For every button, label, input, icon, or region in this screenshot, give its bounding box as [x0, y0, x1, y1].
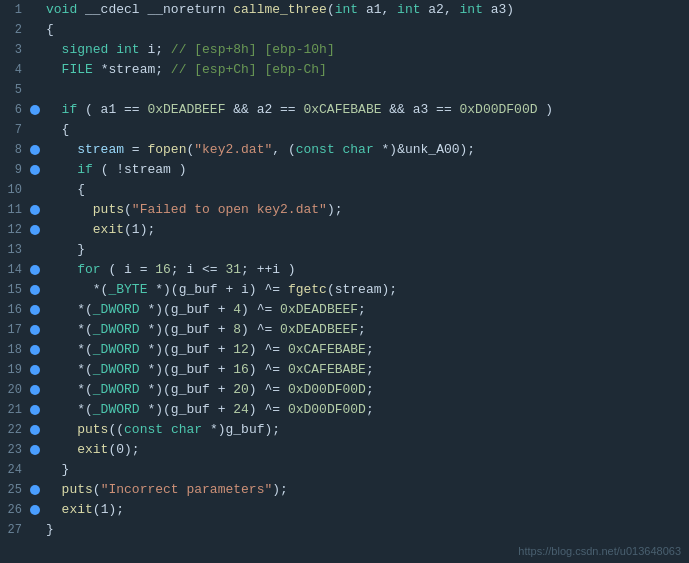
breakpoint-dot [30, 505, 40, 515]
code-line: 24 } [0, 460, 689, 480]
breakpoint-indicator[interactable] [28, 485, 42, 495]
line-number: 20 [0, 380, 28, 400]
code-line: 16 *(_DWORD *)(g_buf + 4) ^= 0xDEADBEEF; [0, 300, 689, 320]
breakpoint-dot [30, 205, 40, 215]
code-content: puts("Failed to open key2.dat"); [42, 200, 343, 220]
code-content: { [42, 180, 85, 200]
line-number: 22 [0, 420, 28, 440]
line-number: 23 [0, 440, 28, 460]
code-line: 7 { [0, 120, 689, 140]
breakpoint-indicator[interactable] [28, 105, 42, 115]
breakpoint-indicator[interactable] [28, 145, 42, 155]
code-content: exit(1); [42, 220, 155, 240]
code-content: puts((const char *)g_buf); [42, 420, 280, 440]
code-line: 13 } [0, 240, 689, 260]
line-number: 4 [0, 60, 28, 80]
breakpoint-indicator[interactable] [28, 325, 42, 335]
code-content: *(_DWORD *)(g_buf + 4) ^= 0xDEADBEEF; [42, 300, 366, 320]
line-number: 18 [0, 340, 28, 360]
code-line: 17 *(_DWORD *)(g_buf + 8) ^= 0xDEADBEEF; [0, 320, 689, 340]
code-line: 27} [0, 520, 689, 540]
breakpoint-indicator[interactable] [28, 505, 42, 515]
breakpoint-indicator[interactable] [28, 405, 42, 415]
code-content: *(_DWORD *)(g_buf + 24) ^= 0xD00DF00D; [42, 400, 374, 420]
line-number: 15 [0, 280, 28, 300]
watermark: https://blog.csdn.net/u013648063 [518, 545, 681, 557]
code-line: 12 exit(1); [0, 220, 689, 240]
line-number: 25 [0, 480, 28, 500]
breakpoint-indicator[interactable] [28, 205, 42, 215]
line-number: 14 [0, 260, 28, 280]
breakpoint-indicator[interactable] [28, 165, 42, 175]
breakpoint-indicator[interactable] [28, 445, 42, 455]
code-content: *(_DWORD *)(g_buf + 20) ^= 0xD00DF00D; [42, 380, 374, 400]
code-content: *(_BYTE *)(g_buf + i) ^= fgetc(stream); [42, 280, 397, 300]
code-content: } [42, 240, 85, 260]
code-content: *(_DWORD *)(g_buf + 12) ^= 0xCAFEBABE; [42, 340, 374, 360]
line-number: 3 [0, 40, 28, 60]
line-number: 26 [0, 500, 28, 520]
code-content: exit(1); [42, 500, 124, 520]
line-number: 16 [0, 300, 28, 320]
line-number: 27 [0, 520, 28, 540]
breakpoint-dot [30, 165, 40, 175]
code-line: 2{ [0, 20, 689, 40]
breakpoint-dot [30, 365, 40, 375]
code-line: 25 puts("Incorrect parameters"); [0, 480, 689, 500]
breakpoint-dot [30, 485, 40, 495]
breakpoint-indicator[interactable] [28, 385, 42, 395]
line-number: 6 [0, 100, 28, 120]
breakpoint-dot [30, 325, 40, 335]
code-content: signed int i; // [esp+8h] [ebp-10h] [42, 40, 335, 60]
code-line: 1void __cdecl __noreturn callme_three(in… [0, 0, 689, 20]
breakpoint-dot [30, 445, 40, 455]
breakpoint-indicator[interactable] [28, 365, 42, 375]
code-content: puts("Incorrect parameters"); [42, 480, 288, 500]
code-line: 18 *(_DWORD *)(g_buf + 12) ^= 0xCAFEBABE… [0, 340, 689, 360]
code-line: 19 *(_DWORD *)(g_buf + 16) ^= 0xCAFEBABE… [0, 360, 689, 380]
code-content: { [42, 20, 54, 40]
line-number: 24 [0, 460, 28, 480]
breakpoint-dot [30, 425, 40, 435]
breakpoint-indicator[interactable] [28, 425, 42, 435]
breakpoint-dot [30, 265, 40, 275]
line-number: 21 [0, 400, 28, 420]
line-number: 5 [0, 80, 28, 100]
breakpoint-dot [30, 285, 40, 295]
breakpoint-indicator[interactable] [28, 225, 42, 235]
breakpoint-indicator[interactable] [28, 305, 42, 315]
code-line: 8 stream = fopen("key2.dat", (const char… [0, 140, 689, 160]
line-number: 7 [0, 120, 28, 140]
line-number: 13 [0, 240, 28, 260]
code-line: 6 if ( a1 == 0xDEADBEEF && a2 == 0xCAFEB… [0, 100, 689, 120]
line-number: 19 [0, 360, 28, 380]
code-content: *(_DWORD *)(g_buf + 8) ^= 0xDEADBEEF; [42, 320, 366, 340]
code-line: 26 exit(1); [0, 500, 689, 520]
breakpoint-dot [30, 145, 40, 155]
code-content: for ( i = 16; i <= 31; ++i ) [42, 260, 296, 280]
line-number: 1 [0, 0, 28, 20]
code-content: if ( a1 == 0xDEADBEEF && a2 == 0xCAFEBAB… [42, 100, 553, 120]
breakpoint-indicator[interactable] [28, 265, 42, 275]
breakpoint-dot [30, 105, 40, 115]
code-content: stream = fopen("key2.dat", (const char *… [42, 140, 475, 160]
code-content: FILE *stream; // [esp+Ch] [ebp-Ch] [42, 60, 327, 80]
line-number: 11 [0, 200, 28, 220]
code-line: 22 puts((const char *)g_buf); [0, 420, 689, 440]
code-line: 4 FILE *stream; // [esp+Ch] [ebp-Ch] [0, 60, 689, 80]
line-number: 17 [0, 320, 28, 340]
code-line: 11 puts("Failed to open key2.dat"); [0, 200, 689, 220]
code-content: *(_DWORD *)(g_buf + 16) ^= 0xCAFEBABE; [42, 360, 374, 380]
code-line: 23 exit(0); [0, 440, 689, 460]
breakpoint-indicator[interactable] [28, 345, 42, 355]
code-line: 5 [0, 80, 689, 100]
code-content: } [42, 460, 69, 480]
code-line: 20 *(_DWORD *)(g_buf + 20) ^= 0xD00DF00D… [0, 380, 689, 400]
code-content: if ( !stream ) [42, 160, 186, 180]
code-line: 14 for ( i = 16; i <= 31; ++i ) [0, 260, 689, 280]
code-content: exit(0); [42, 440, 140, 460]
code-line: 21 *(_DWORD *)(g_buf + 24) ^= 0xD00DF00D… [0, 400, 689, 420]
line-number: 2 [0, 20, 28, 40]
code-line: 9 if ( !stream ) [0, 160, 689, 180]
breakpoint-indicator[interactable] [28, 285, 42, 295]
